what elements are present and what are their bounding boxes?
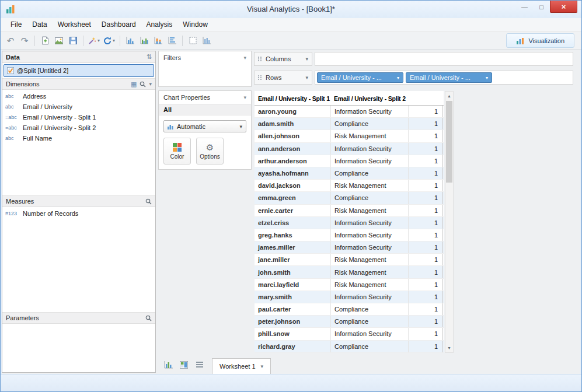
cell-value[interactable]: 1 [408,341,443,352]
cell-split1[interactable]: ann.anderson [255,143,330,155]
cell-value[interactable]: 1 [408,328,443,340]
cell-split1[interactable]: paul.carter [255,303,330,315]
undo-icon[interactable]: ↶ [4,34,17,48]
minimize-button[interactable]: — [516,1,533,13]
close-button[interactable]: × [550,1,577,13]
cell-split2[interactable]: Risk Management [330,254,408,265]
menu-item[interactable]: Dashboard [96,18,141,32]
vertical-scrollbar[interactable]: ▲ ▼ [445,91,454,353]
menu-item[interactable]: Data [27,18,52,32]
cell-split2[interactable]: Compliance [330,303,408,315]
cell-value[interactable]: 1 [408,192,443,204]
swap-panes-icon[interactable]: ⇅ [147,54,152,60]
cell-split2[interactable]: Information Security [330,291,408,303]
cell-split2[interactable]: Risk Management [330,279,408,290]
search-icon[interactable] [145,198,152,205]
cell-split1[interactable]: marci.layfield [255,279,330,290]
cell-split1[interactable]: jane.miller [255,254,330,265]
cell-value[interactable]: 1 [408,143,443,155]
grouped-bar-chart-icon[interactable] [138,34,151,48]
cell-value[interactable]: 1 [408,205,443,216]
cell-split1[interactable]: john.smith [255,266,330,278]
cell-split1[interactable]: allen.johnson [255,130,330,142]
chevron-down-icon[interactable]: ▾ [149,82,152,87]
cell-split2[interactable]: Compliance [330,341,408,352]
scroll-up-icon[interactable]: ▲ [445,92,453,100]
cell-split1[interactable]: aaron.young [255,106,330,117]
cell-value[interactable]: 1 [408,106,443,117]
search-icon[interactable] [140,81,146,88]
cell-split1[interactable]: david.jackson [255,180,330,191]
rows-shelf-label[interactable]: Rows ▾ [254,71,312,85]
menu-item[interactable]: Window [177,18,213,32]
cell-split2[interactable]: Compliance [330,118,408,130]
refresh-icon[interactable]: ▾ [102,34,116,48]
cell-value[interactable]: 1 [408,316,443,327]
cell-value[interactable]: 1 [408,217,443,229]
field-item[interactable]: abc Full Name [2,133,155,144]
sheet-list-button[interactable] [193,359,206,370]
options-button[interactable]: ⚙ Options [196,138,224,164]
cell-split1[interactable]: peter.johnson [255,316,330,327]
cell-value[interactable]: 1 [408,180,443,191]
cell-split1[interactable]: james.miller [255,242,330,253]
cell-split1[interactable]: adam.smith [255,118,330,130]
cell-value[interactable]: 1 [408,291,443,303]
table-header-split1[interactable]: Email / University - Split 1 [255,91,330,105]
new-worksheet-button[interactable] [162,359,175,370]
view-data-grid-icon[interactable]: ▦ [131,81,137,88]
export-image-icon[interactable] [53,34,65,48]
cell-split1[interactable]: arthur.anderson [255,155,330,167]
row-pill[interactable]: Email / University - ... ▾ [317,72,403,83]
chevron-down-icon[interactable]: ▾ [261,363,264,369]
cell-split1[interactable]: greg.hanks [255,229,330,241]
stacked-bar-chart-icon[interactable] [152,34,165,48]
cell-split2[interactable]: Information Security [330,143,408,155]
cell-value[interactable]: 1 [408,279,443,290]
cell-split1[interactable]: etzel.criss [255,217,330,229]
cell-split1[interactable]: phill.snow [255,328,330,340]
row-pill[interactable]: Email / University - ... ▾ [406,72,492,83]
cell-value[interactable]: 1 [408,242,443,253]
table-header-split2[interactable]: Email / University - Split 2 [330,91,408,105]
scroll-down-icon[interactable]: ▼ [445,344,453,352]
cell-split1[interactable]: ayasha.hofmann [255,167,330,179]
cell-split2[interactable]: Information Security [330,229,408,241]
bar-chart-icon[interactable] [124,34,137,48]
menu-item[interactable]: Analysis [141,18,178,32]
rows-shelf[interactable]: Email / University - ... ▾ Email / Unive… [315,71,573,85]
search-icon[interactable] [145,315,152,321]
cell-split2[interactable]: Information Security [330,328,408,340]
cell-value[interactable]: 1 [408,167,443,179]
cell-split2[interactable]: Risk Management [330,205,408,216]
cell-value[interactable]: 1 [408,229,443,241]
cell-split2[interactable]: Risk Management [330,130,408,142]
columns-shelf[interactable] [315,52,573,66]
cell-split2[interactable]: Information Security [330,155,408,167]
menu-item[interactable]: File [5,18,27,32]
cell-value[interactable]: 1 [408,266,443,278]
cell-split2[interactable]: Risk Management [330,180,408,191]
cell-split2[interactable]: Risk Management [330,266,408,278]
field-item[interactable]: abc Email / University [2,102,155,112]
cell-value[interactable]: 1 [408,118,443,130]
new-file-icon[interactable] [39,34,51,48]
field-item[interactable]: abc Address [2,91,155,102]
maximize-button[interactable]: □ [533,1,550,13]
field-item[interactable]: #123 Number of Records [2,208,155,219]
datasource-item[interactable]: @Split [Untitled 2] [4,64,154,77]
mark-type-dropdown[interactable]: Automatic ▾ [163,120,246,132]
cell-split2[interactable]: Information Security [330,242,408,253]
field-item[interactable]: =abc Email / University - Split 2 [2,123,155,133]
cell-split1[interactable]: mary.smith [255,291,330,303]
worksheet-tab[interactable]: Worksheet 1 ▾ [212,358,271,374]
cell-value[interactable]: 1 [408,303,443,315]
chevron-down-icon[interactable]: ▾ [243,55,246,61]
cell-value[interactable]: 1 [408,130,443,142]
color-button[interactable]: Color [163,138,191,164]
cell-split2[interactable]: Compliance [330,316,408,327]
format-wand-icon[interactable]: ▾ [87,34,101,48]
cell-split2[interactable]: Compliance [330,192,408,204]
redo-icon[interactable]: ↷ [18,34,31,48]
save-icon[interactable] [67,34,79,48]
